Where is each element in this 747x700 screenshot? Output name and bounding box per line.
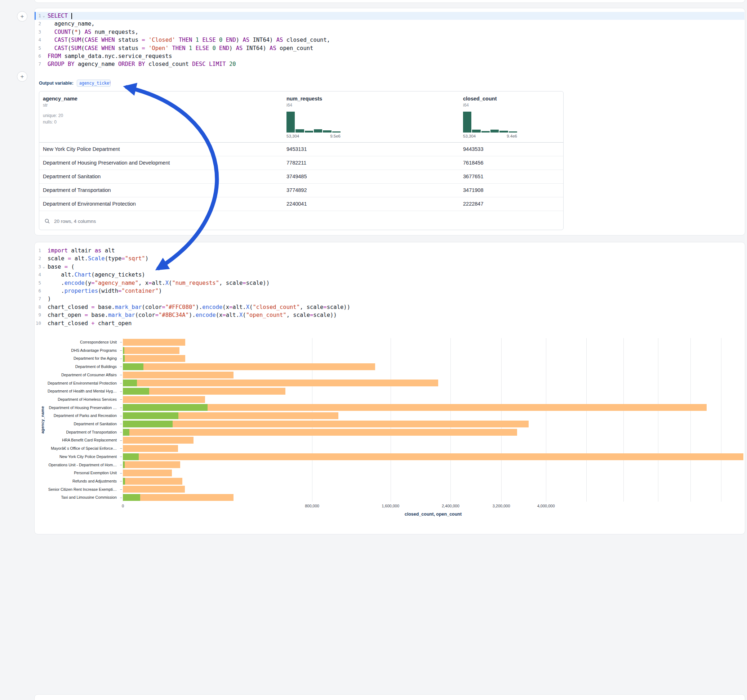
gridline <box>546 338 546 502</box>
table-cell: New York City Police Department <box>39 143 283 156</box>
table-cell: 3749485 <box>283 170 460 183</box>
bar-open_count <box>123 461 125 468</box>
x-axis-title: closed_count, open_count <box>123 512 743 517</box>
table-row: Department of Sanitation37494853677651 <box>39 170 563 184</box>
code-line[interactable]: 7GROUP BY agency_name ORDER BY closed_co… <box>35 60 744 68</box>
code-line[interactable]: 5 CAST(SUM(CASE WHEN status = 'Open' THE… <box>35 44 744 52</box>
gridline <box>312 338 312 502</box>
histogram-bar <box>490 130 499 133</box>
code-line[interactable]: 4 CAST(SUM(CASE WHEN status = 'Closed' T… <box>35 36 744 44</box>
column-header-agency_name[interactable]: agency_namestrunique: 20nulls: 0 <box>39 92 283 142</box>
y-axis-label: Operations Unit - Department of Hom… <box>35 461 119 469</box>
code-line[interactable]: 6 .properties(width="container") <box>35 287 744 295</box>
line-number: 5 <box>35 279 41 287</box>
bar-closed_count <box>123 437 194 444</box>
histogram-bar <box>463 112 471 133</box>
gridline <box>658 338 658 502</box>
code-line[interactable]: 9chart_open = base.mark_bar(color="#8BC3… <box>35 311 744 319</box>
line-number: 4 <box>35 271 41 279</box>
y-tick <box>120 391 122 392</box>
y-axis-label: Senior Citizen Rent Increase Exempti… <box>35 486 119 494</box>
code-line[interactable]: 5 .encode(y="agency_name", x=alt.X("num_… <box>35 279 744 287</box>
y-tick <box>120 359 122 359</box>
add-cell-button[interactable]: + <box>17 11 27 22</box>
table-cell: Department of Transportation <box>39 184 283 197</box>
table-cell: 3677651 <box>460 170 563 183</box>
gridline <box>586 338 587 502</box>
line-number: 3 <box>35 28 41 36</box>
code-line[interactable]: 4 alt.Chart(agency_tickets) <box>35 271 744 279</box>
code-line[interactable]: 6FROM sample_data.nyc.service_requests <box>35 52 744 60</box>
table-cell: Department of Sanitation <box>39 170 283 183</box>
bar-open_count <box>123 347 124 354</box>
code-line[interactable]: 2 agency_name, <box>35 20 744 28</box>
code-line[interactable]: 3⌄base = ( <box>35 263 744 271</box>
code-text: COUNT(*) AS num_requests, <box>48 28 138 36</box>
code-text: scale = alt.Scale(type="sqrt") <box>48 255 148 262</box>
column-type: i64 <box>463 103 563 108</box>
bar-closed_count <box>123 363 375 370</box>
y-tick <box>120 399 122 400</box>
search-icon[interactable] <box>44 218 50 224</box>
line-number: 1 <box>35 12 41 20</box>
bar-closed_count <box>123 478 182 485</box>
histogram-bar <box>472 130 480 133</box>
table-footer: 20 rows, 4 columns <box>39 211 563 230</box>
histogram-bar <box>314 129 322 133</box>
histogram-range: 53,3049.4e6 <box>463 134 517 138</box>
bar-closed_count <box>123 429 517 436</box>
code-text: ) <box>48 295 51 303</box>
bar-closed_count <box>123 372 233 379</box>
y-tick <box>120 407 122 408</box>
code-line[interactable]: 7) <box>35 295 744 303</box>
code-text: chart_closed = base.mark_bar(color="#FFC… <box>48 303 350 311</box>
column-name: agency_name <box>43 96 283 101</box>
bar-closed_count <box>123 469 172 477</box>
sql-code-editor[interactable]: 1⌄SELECT 2 agency_name,3 COUNT(*) AS num… <box>35 12 744 68</box>
code-line[interactable]: 8chart_closed = base.mark_bar(color="#FF… <box>35 303 744 311</box>
code-line[interactable]: 2scale = alt.Scale(type="sqrt") <box>35 255 744 262</box>
y-tick <box>120 498 122 498</box>
code-line[interactable]: 1import altair as alt <box>35 247 744 255</box>
fold-chevron-icon[interactable]: ⌄ <box>41 263 47 271</box>
y-axis-label: Department of Buildings <box>35 363 119 371</box>
code-line[interactable]: 1⌄SELECT <box>35 12 744 20</box>
python-code-editor[interactable]: 1import altair as alt2scale = alt.Scale(… <box>35 247 744 327</box>
bar-closed_count <box>123 445 178 452</box>
y-axis-label: Department of Environmental Protection <box>35 379 119 388</box>
row-count-label: 20 rows, 4 columns <box>54 219 96 224</box>
column-meta: unique: 20nulls: 0 <box>43 112 283 125</box>
add-cell-button[interactable]: + <box>17 71 27 82</box>
chart-plot-area <box>123 338 743 502</box>
x-axis-tick-label: 0 <box>105 504 141 508</box>
column-header-num_requests[interactable]: num_requestsi6453,3049.5e6 <box>283 92 460 142</box>
bar-closed_count <box>123 355 185 362</box>
code-line[interactable]: 3 COUNT(*) AS num_requests, <box>35 28 744 36</box>
table-cell: 2222847 <box>460 197 563 211</box>
column-type: str <box>43 103 283 108</box>
bar-open_count <box>123 363 144 370</box>
y-axis-label: Department of Health and Mental Hyg… <box>35 387 119 395</box>
bar-closed_count <box>123 380 438 386</box>
line-number: 2 <box>35 20 41 28</box>
column-header-closed_count[interactable]: closed_counti6453,3049.4e6 <box>460 92 563 142</box>
gridline <box>451 338 451 502</box>
bar-closed_count <box>123 486 185 493</box>
table-cell: 7618456 <box>460 156 563 170</box>
output-variable-chip[interactable]: agency_tickets <box>77 80 110 87</box>
table-row: Department of Transportation377489234719… <box>39 184 563 197</box>
line-number: 3 <box>35 263 41 271</box>
code-line[interactable]: 10chart_closed + chart_open <box>35 319 744 327</box>
output-variable-row: Output variable: agency_tickets <box>39 79 110 88</box>
table-cell: 9443533 <box>460 143 563 156</box>
next-cell-edge <box>34 694 745 700</box>
y-tick <box>120 342 122 342</box>
y-tick <box>120 375 122 375</box>
code-text: CAST(SUM(CASE WHEN status = 'Closed' THE… <box>48 36 330 44</box>
bar-open_count <box>123 421 172 427</box>
sql-cell: 1⌄SELECT 2 agency_name,3 COUNT(*) AS num… <box>34 8 745 235</box>
y-tick <box>120 489 122 490</box>
y-axis-label: Department of Sanitation <box>35 420 119 428</box>
fold-chevron-icon[interactable]: ⌄ <box>41 12 47 20</box>
bar-open_count <box>123 478 125 485</box>
